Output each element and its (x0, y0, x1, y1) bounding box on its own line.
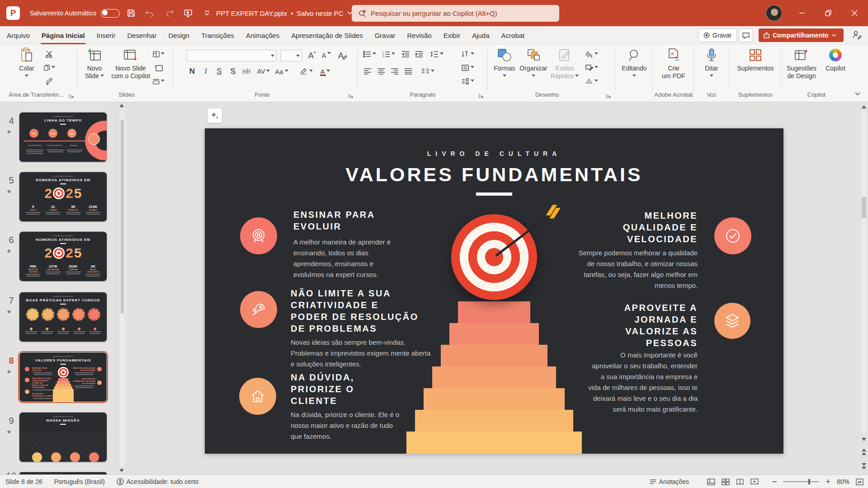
text-direction-button[interactable] (459, 49, 476, 60)
close-button[interactable] (841, 0, 868, 26)
reset-slide-button[interactable] (153, 62, 165, 73)
value-title-ensinar[interactable]: ENSINAR PARA EVOLUIR (293, 209, 420, 232)
font-name-combo[interactable] (186, 50, 277, 61)
accessibility-status[interactable]: Acessibilidade: tudo certo (117, 478, 199, 485)
minimize-button[interactable] (789, 0, 815, 26)
tab-inserir[interactable]: Inserir (91, 26, 122, 44)
slide-title[interactable]: VALORES FUNDAMENTAIS (205, 164, 783, 186)
value-title-jornada[interactable]: APROVEITE A JORNADA E VALORIZE AS PESSOA… (571, 302, 698, 349)
collapse-ribbon-chevron-icon[interactable] (852, 89, 863, 99)
tab-apresentacao[interactable]: Apresentação de Slides (285, 26, 368, 44)
font-color-button[interactable]: A (317, 66, 333, 77)
font-size-combo[interactable] (280, 50, 302, 61)
slide-thumbnail-9[interactable]: NOSSA MISSÃO (19, 413, 107, 462)
dartboard-graphic[interactable] (451, 214, 537, 300)
scroll-down-icon[interactable] (861, 435, 867, 444)
clear-formatting-button[interactable]: A (336, 50, 349, 61)
zoom-in-button[interactable]: + (826, 477, 830, 487)
line-spacing-button[interactable] (429, 49, 445, 60)
copilot-button[interactable]: Copilot (822, 47, 849, 72)
save-status[interactable]: Salvo neste PC (297, 9, 343, 17)
notes-toggle[interactable]: Anotações (650, 478, 689, 485)
align-left-button[interactable] (362, 66, 373, 77)
value-title-qualidade[interactable]: MELHORE QUALIDADE E VELOCIDADE (571, 210, 698, 245)
value-body-qualidade[interactable]: Sempre podemos melhorar a qualidade de n… (562, 248, 698, 291)
shape-effects-button[interactable] (583, 76, 599, 87)
person-editing-icon[interactable] (852, 30, 862, 42)
shapes-button[interactable]: Formas (492, 47, 517, 80)
thumbnail-scrollbar[interactable] (120, 110, 125, 466)
drawing-dialog-launcher[interactable] (606, 92, 612, 99)
save-button[interactable] (123, 5, 139, 21)
house-icon[interactable] (239, 378, 276, 415)
arrange-button[interactable]: Organizar (519, 47, 548, 80)
slide-thumbnail-4[interactable]: LINHA DO TEMPO 2023 2024 2025 Consolidaç… (19, 113, 107, 162)
layers-icon[interactable] (714, 303, 750, 339)
zoom-out-button[interactable]: − (772, 477, 777, 487)
bullets-button[interactable] (362, 49, 377, 60)
copy-button[interactable] (43, 62, 55, 73)
title-underline-bar[interactable] (476, 192, 512, 196)
tab-ajuda[interactable]: Ajuda (466, 26, 495, 44)
align-text-button[interactable] (459, 62, 476, 73)
shrink-font-button[interactable]: A (320, 50, 333, 61)
addins-button[interactable]: Suplementos (732, 47, 778, 72)
tab-desenhar[interactable]: Desenhar (121, 26, 162, 44)
clipboard-dialog-launcher[interactable] (69, 92, 75, 99)
dictate-button[interactable]: Ditar (697, 47, 726, 80)
strikethrough-button[interactable]: ab (241, 66, 252, 77)
paragraph-dialog-launcher[interactable] (478, 92, 485, 99)
paste-button[interactable]: Colar (14, 47, 40, 80)
grow-font-button[interactable]: A^ (306, 50, 318, 61)
tab-exibir[interactable]: Exibir (438, 26, 467, 44)
columns-button[interactable] (420, 66, 436, 77)
record-button[interactable]: Gravar (698, 28, 737, 42)
shape-fill-button[interactable] (583, 49, 599, 60)
slide-thumbnail-6[interactable]: NÚMEROS ATINGIDOS EM 2 2 5 99KINSCRITOS … (19, 232, 107, 281)
cut-button[interactable] (43, 49, 55, 60)
value-title-criatividade[interactable]: NÃO LIMITE A SUA CRIATIVIDADE E PODER DE… (291, 287, 426, 334)
tab-acrobat[interactable]: Acrobat (495, 26, 531, 44)
slide-kicker[interactable]: LIVRO DE CULTURA (205, 150, 783, 157)
scroll-up-icon[interactable] (119, 104, 124, 107)
text-shadow-button[interactable]: S (227, 66, 239, 77)
align-center-button[interactable] (375, 66, 387, 77)
share-button[interactable]: Compartilhamento (759, 28, 844, 42)
convert-smartart-button[interactable] (459, 76, 476, 87)
italic-button[interactable]: I (200, 66, 212, 77)
tab-gravar[interactable]: Gravar (369, 26, 401, 44)
font-dialog-launcher[interactable] (348, 92, 354, 99)
align-right-button[interactable] (389, 66, 401, 77)
value-body-cliente[interactable]: Na dúvida, priorize o cliente. Ele é o n… (291, 409, 417, 442)
format-painter-button[interactable] (43, 76, 55, 87)
underline-button[interactable]: S (213, 66, 225, 77)
slide-layout-button[interactable] (153, 49, 165, 60)
design-ideas-button[interactable]: Sugestões de Design (783, 47, 820, 80)
bold-button[interactable]: N (186, 66, 198, 77)
zoom-slider-thumb[interactable] (808, 479, 810, 484)
restore-button[interactable] (815, 0, 841, 26)
check-circle-icon[interactable] (714, 217, 751, 254)
create-pdf-button[interactable]: A Crie um PDF (656, 47, 692, 80)
tab-transicoes[interactable]: Transições (195, 26, 240, 44)
increase-indent-button[interactable] (413, 49, 425, 60)
quick-styles-button[interactable]: Estilos Rápidos (550, 47, 580, 80)
powerpoint-logo[interactable]: P (6, 6, 20, 20)
tab-arquivo[interactable]: Arquivo (1, 26, 36, 44)
numbering-button[interactable]: 123 (381, 49, 396, 60)
document-title[interactable]: PPT EXPERT DAY.pptx (216, 9, 287, 17)
tab-revisao[interactable]: Revisão (401, 26, 437, 44)
tab-design[interactable]: Design (162, 26, 195, 44)
shape-outline-button[interactable] (583, 62, 599, 73)
target-badge-icon[interactable] (240, 217, 277, 254)
vertical-scrollbar[interactable] (861, 102, 867, 474)
value-body-jornada[interactable]: O mais importante é você aproveitar o se… (562, 350, 698, 415)
scroll-down-icon[interactable] (119, 469, 124, 472)
rocket-icon[interactable] (240, 291, 277, 328)
new-slide-copilot-button[interactable]: Novo Slide com o Copilot (111, 47, 150, 80)
customize-qat-chevron-icon[interactable] (199, 5, 215, 21)
scroll-up-icon[interactable] (861, 102, 867, 111)
language-indicator[interactable]: Português (Brasil) (54, 478, 105, 485)
undo-button[interactable] (142, 5, 158, 21)
slide-thumbnail-7[interactable]: BOAS PRÁTICAS EXPERT CURSOS (19, 292, 107, 342)
